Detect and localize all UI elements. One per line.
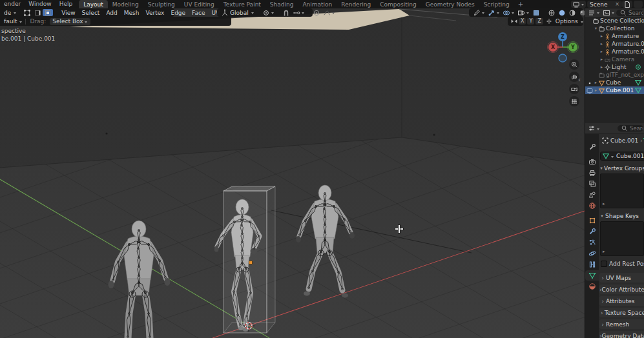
mirror-z-button[interactable]: Z <box>535 18 543 25</box>
outliner-search-input[interactable]: Search <box>616 10 643 16</box>
outliner-row-cube-001[interactable]: ▸Cube.001 <box>585 86 644 94</box>
properties-tab-world[interactable] <box>585 201 599 211</box>
properties-tab-particles[interactable] <box>585 237 599 248</box>
properties-tab-scene[interactable] <box>585 190 599 200</box>
outliner-row-camera[interactable]: ▸Camera <box>585 55 644 63</box>
vertex-groups-list[interactable]: ▸ <box>600 174 644 208</box>
topbar-menu-help[interactable]: Help <box>56 0 77 8</box>
viewport-menu-select[interactable]: Select <box>79 10 103 16</box>
properties-tab-object-data[interactable] <box>585 270 599 281</box>
properties-tab-view-layer[interactable] <box>585 179 599 189</box>
properties-tab-modifiers[interactable] <box>585 226 599 237</box>
workspace-tab-geometry-nodes[interactable]: Geometry Nodes <box>421 0 479 8</box>
mesh-data-icon[interactable] <box>634 86 642 94</box>
add-workspace-button[interactable]: + <box>514 0 527 8</box>
mode-dropdown[interactable]: de <box>3 10 12 16</box>
pivot-point-dropdown[interactable] <box>261 9 276 16</box>
workspace-tab-compositing[interactable]: Compositing <box>375 0 421 8</box>
viewport-menu-vertex[interactable]: Vertex <box>143 10 168 16</box>
outliner-row-collection[interactable]: ▾Collection <box>585 25 644 32</box>
outliner-row-armature-002[interactable]: ▸Armature.002 <box>585 48 644 55</box>
snap-symmetry-icon[interactable] <box>545 17 553 25</box>
list-expander-icon[interactable]: ▸ <box>603 201 605 206</box>
properties-tab-constraints[interactable] <box>585 259 599 270</box>
mesh-data-icon[interactable] <box>634 79 642 86</box>
workspace-tab-modeling[interactable]: Modeling <box>108 0 143 8</box>
orientation-dropdown[interactable]: Global <box>220 9 256 16</box>
outliner-row-armature-001[interactable]: ▸Armature.001 <box>585 40 644 48</box>
expand-caret[interactable]: ▸ <box>599 65 604 70</box>
properties-tab-output[interactable] <box>585 168 599 178</box>
topbar-menu-window[interactable]: Window <box>25 0 56 8</box>
viewport-menu-edge[interactable]: Edge <box>167 10 189 16</box>
panel-header-remesh[interactable]: ›Remesh <box>599 319 644 329</box>
expand-caret[interactable]: ▸ <box>594 88 598 93</box>
tool-preset-dropdown[interactable]: fault <box>3 18 18 25</box>
outliner-row-scene-collection[interactable]: Scene Collection <box>585 17 644 25</box>
properties-editor-type-dropdown[interactable] <box>587 125 601 132</box>
select-mode-vertex-button[interactable] <box>22 9 32 16</box>
properties-tab-physics[interactable] <box>585 248 599 259</box>
overlay-extra-dropdown[interactable] <box>501 9 516 16</box>
workspace-tab-rendering[interactable]: Rendering <box>337 0 375 8</box>
workspace-tab-texture-paint[interactable]: Texture Paint <box>219 0 265 8</box>
panel-header-texture-space[interactable]: ›Texture Space <box>599 308 644 317</box>
viewport-3d[interactable]: spective be.001 | Cube.001 Z X Y ‹ <box>0 8 585 338</box>
panel-header-geometry-data[interactable]: ›Geometry Data <box>599 331 644 338</box>
mirror-y-button[interactable]: Y <box>527 18 534 25</box>
outliner-row-cube[interactable]: ▸Cube <box>585 79 644 86</box>
new-scene-button[interactable] <box>622 1 632 8</box>
panel-header-vertex-groups[interactable]: ▾Vertex Groups <box>599 164 644 172</box>
workspace-tab-animation[interactable]: Animation <box>298 0 337 8</box>
outliner-filter-dropdown[interactable] <box>601 9 616 16</box>
expand-caret[interactable]: ▸ <box>599 34 604 39</box>
viewport-menu-mesh[interactable]: Mesh <box>121 10 143 16</box>
data-name-field[interactable]: Cube.001 <box>600 152 644 161</box>
outliner-row-armature[interactable]: ▸Armature <box>585 32 644 40</box>
properties-search-input[interactable]: Search <box>618 125 643 132</box>
workspace-tab-shading[interactable]: Shading <box>265 0 298 8</box>
scene-name-field[interactable]: Scene × <box>587 1 622 8</box>
snap-toggle-button[interactable] <box>281 9 291 16</box>
expand-caret[interactable]: ▸ <box>599 49 604 54</box>
ortho-toggle-button[interactable] <box>569 96 579 106</box>
workspace-tab-layout[interactable]: Layout <box>79 0 108 8</box>
select-mode-face-button[interactable] <box>43 9 53 16</box>
properties-tab-object[interactable] <box>585 215 599 226</box>
expand-caret[interactable]: ▸ <box>599 57 604 62</box>
mirror-x-button[interactable]: X <box>519 18 526 25</box>
panel-header-shape-keys[interactable]: ▾Shape Keys <box>599 212 644 220</box>
properties-tab-material[interactable] <box>585 281 599 292</box>
expand-caret[interactable]: ▸ <box>594 80 598 85</box>
shading-solid-button[interactable] <box>557 9 567 16</box>
workspace-tab-scripting[interactable]: Scripting <box>479 0 514 8</box>
expand-caret[interactable]: ▾ <box>594 26 598 31</box>
properties-tab-tool[interactable] <box>585 142 599 152</box>
shading-material-button[interactable] <box>567 9 577 16</box>
add-rest-position-checkbox[interactable]: Add Rest Position <box>601 261 644 267</box>
panel-header-color-attributes[interactable]: ›Color Attributes <box>599 284 644 294</box>
workspace-tab-sculpting[interactable]: Sculpting <box>143 0 180 8</box>
panel-header-uv-maps[interactable]: ›UV Maps <box>599 273 644 283</box>
options-dropdown[interactable]: Options <box>554 18 579 25</box>
panel-header-attributes[interactable]: ›Attributes <box>599 296 644 306</box>
show-overlays-dropdown[interactable] <box>486 9 501 16</box>
select-box-dropdown[interactable]: Select Box <box>50 18 90 25</box>
proportional-falloff-dropdown[interactable] <box>322 9 337 16</box>
viewport-menu-add[interactable]: Add <box>103 10 120 16</box>
properties-tab-render[interactable] <box>585 157 599 167</box>
expand-caret[interactable]: ▸ <box>599 41 604 46</box>
scene-unlink-button[interactable]: × <box>615 1 619 7</box>
shape-keys-list[interactable]: ▸ <box>600 221 644 256</box>
breadcrumb-object[interactable]: Cube.001 <box>610 137 638 144</box>
scene-extra-button[interactable] <box>634 1 643 8</box>
sidebar-toggle-chevron[interactable]: ‹ <box>578 76 581 83</box>
scene-browse-button[interactable] <box>571 1 586 8</box>
xray-toggle-button[interactable] <box>531 9 541 16</box>
topbar-menu-ender[interactable]: ender <box>0 0 25 8</box>
proportional-edit-button[interactable] <box>311 9 322 16</box>
workspace-tab-uv-editing[interactable]: UV Editing <box>180 0 219 8</box>
viewport-menu-face[interactable]: Face <box>189 10 208 16</box>
outliner-row-gltf-not-export[interactable]: glTF_not_export <box>585 71 644 79</box>
outliner-row-light[interactable]: ▸Light <box>585 63 644 71</box>
